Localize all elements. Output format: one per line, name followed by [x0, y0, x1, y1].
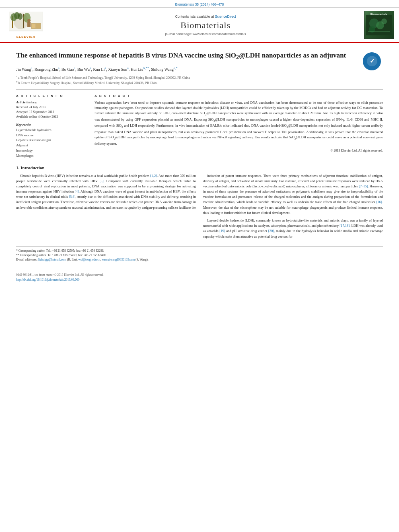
ref-5-6[interactable]: [5,6]	[69, 195, 75, 199]
abstract-column: A B S T R A C T Various approaches have …	[95, 94, 383, 159]
elsevier-logo: ELSEVIER	[9, 12, 43, 39]
ref-20[interactable]: [20]	[268, 229, 274, 233]
footnote-star2: ** Corresponding author. Tel.: +86 21 81…	[16, 253, 383, 257]
top-bar: Biomaterials 35 (2014) 466–478	[0, 0, 399, 8]
affil-a: a a Tenth People's Hospital, School of L…	[16, 75, 383, 80]
footnotes: * Corresponding author. Tel.: +86 21 659…	[16, 246, 383, 262]
article-title: The enhanced immune response of hepatiti…	[16, 51, 383, 61]
keywords-block: Keywords: Layered double hydroxides DNA …	[16, 123, 86, 159]
article-info-column: A R T I C L E I N F O Article history: R…	[16, 94, 86, 159]
keyword-1: Layered double hydroxides	[16, 128, 86, 133]
ref-3[interactable]: [3]	[99, 179, 103, 183]
keyword-2: DNA vaccine	[16, 133, 86, 138]
sciencedirect-line: Contents lists available at ScienceDirec…	[175, 14, 236, 18]
article-info-abstract-section: A R T I C L E I N F O Article history: R…	[16, 94, 383, 159]
journal-cover: Biomaterials	[359, 8, 399, 42]
email-liu[interactable]: liuhuigg@hotmail.com	[38, 258, 66, 261]
crossmark-icon: ✓	[363, 52, 381, 70]
intro-col-left-text: Chronic hepatitis B virus (HBV) infectio…	[16, 173, 196, 210]
keywords-label: Keywords:	[16, 123, 86, 127]
ref-16[interactable]: [16]	[376, 200, 382, 204]
history-label: Article history:	[16, 100, 86, 104]
svg-rect-19	[368, 31, 390, 32]
journal-title: Biomaterials	[181, 20, 230, 31]
intro-col-right-text: induction of potent immune responses. Th…	[203, 173, 383, 239]
page-wrapper: Biomaterials 35 (2014) 466–478	[0, 0, 399, 285]
title-text: The enhanced immune response of hepatiti…	[16, 51, 346, 59]
accepted-date: Accepted 17 September 2013	[16, 110, 86, 115]
svg-text:✓: ✓	[369, 58, 374, 64]
introduction-columns: Chronic hepatitis B virus (HBV) infectio…	[16, 173, 383, 242]
intro-col-left: Chronic hepatitis B virus (HBV) infectio…	[16, 173, 196, 242]
divider-after-affiliations	[16, 89, 383, 90]
journal-ref: Biomaterials 35 (2014) 466–478	[175, 2, 224, 6]
biomaterials-cover-image: Biomaterials	[364, 11, 394, 39]
footnote-emails: E-mail addresses: liuhuigg@hotmail.com (…	[16, 257, 383, 262]
article-history-block: Article history: Received 24 July 2013 A…	[16, 100, 86, 119]
affil-b: b b Eastern Hepatobiliary Surgery Hospit…	[16, 80, 383, 85]
svg-rect-10	[36, 24, 40, 28]
doi-line: http://dx.doi.org/10.1016/j.biomaterials…	[16, 277, 383, 282]
introduction-section: 1. Introduction Chronic hepatitis B viru…	[16, 165, 383, 242]
crossmark-badge[interactable]: ✓	[361, 51, 383, 71]
keyword-4: Adjuvant	[16, 143, 86, 148]
ref-17-18[interactable]: [17,18]	[339, 224, 350, 228]
svg-rect-13	[27, 22, 31, 27]
ref-4[interactable]: [4]	[75, 189, 79, 193]
received-date: Received 24 July 2013	[16, 105, 86, 110]
ref-1-2[interactable]: [1,2]	[150, 174, 157, 178]
copyright: © 2013 Elsevier Ltd. All rights reserved…	[95, 149, 383, 152]
sciencedirect-link[interactable]: ScienceDirect	[215, 14, 236, 18]
svg-point-12	[27, 19, 31, 22]
ref-7-15[interactable]: [7–15]	[359, 184, 368, 188]
elsevier-wordmark: ELSEVIER	[16, 35, 36, 39]
affiliations: a a Tenth People's Hospital, School of L…	[16, 75, 383, 85]
journal-homepage: journal homepage: www.elsevier.com/locat…	[165, 32, 246, 36]
svg-point-18	[381, 18, 387, 24]
bottom-bar: 0142-9612/$ – see front matter © 2013 El…	[0, 270, 399, 285]
elsevier-logo-svg	[9, 12, 43, 35]
keyword-3: Hepatitis B surface antigen	[16, 138, 86, 143]
intro-col-right: induction of potent immune responses. Th…	[203, 173, 383, 242]
journal-header: ELSEVIER Contents lists available at Sci…	[0, 8, 399, 43]
journal-header-center: Contents lists available at ScienceDirec…	[52, 8, 359, 42]
email-wsl[interactable]: wsl@tongjiedu.cn	[78, 258, 101, 261]
cover-art	[366, 15, 392, 35]
svg-point-5	[18, 13, 23, 20]
elsevier-logo-section: ELSEVIER	[0, 8, 52, 42]
ref-19[interactable]: [19]	[220, 229, 225, 233]
introduction-title: 1. Introduction	[16, 165, 383, 170]
abstract-text: Various approaches have been used to imp…	[95, 100, 383, 146]
email-wenrui[interactable]: wenruiwang19830163.com	[102, 258, 135, 261]
authors: Jin Wanga, Rongrong Zhua, Bo Gaoa, Bin W…	[16, 66, 383, 72]
svg-rect-9	[32, 24, 36, 28]
footnote-star1: * Corresponding author. Tel.: +86 21 659…	[16, 249, 383, 253]
issn-line: 0142-9612/$ – see front matter © 2013 El…	[16, 273, 383, 277]
article-info-header: A R T I C L E I N F O	[16, 94, 86, 98]
abstract-header: A B S T R A C T	[95, 94, 383, 98]
keyword-5: Immunology	[16, 148, 86, 154]
available-date: Available online 4 October 2013	[16, 115, 86, 119]
article-content: The enhanced immune response of hepatiti…	[0, 43, 399, 266]
keyword-6: Macrophages	[16, 154, 86, 159]
doi-link[interactable]: http://dx.doi.org/10.1016/j.biomaterials…	[16, 278, 80, 281]
